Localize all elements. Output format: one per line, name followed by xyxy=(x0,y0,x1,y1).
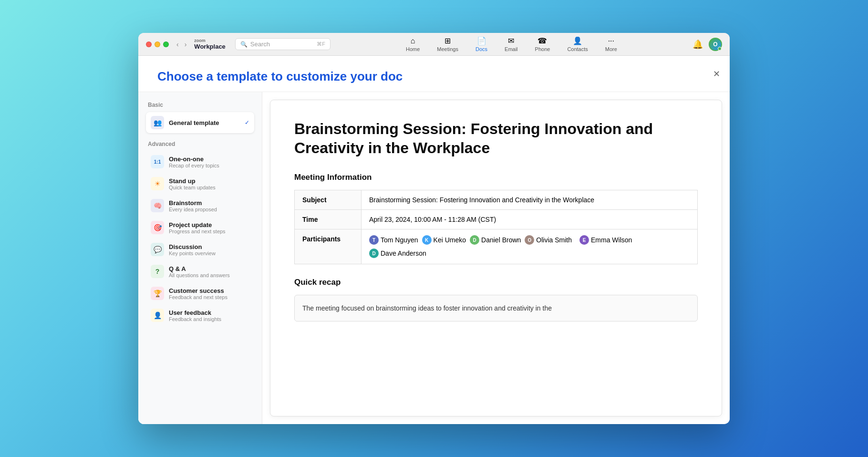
one-on-one-icon: 1:1 xyxy=(151,155,164,168)
qa-desc: All questions and answers xyxy=(169,272,249,278)
table-row-participants: Participants T Tom Nguyen K Kei Umeko xyxy=(295,229,698,264)
time-value: April 23, 2024, 10:00 AM - 11:28 AM (CST… xyxy=(362,210,698,229)
project-update-icon: 🎯 xyxy=(151,221,164,234)
participants-list: T Tom Nguyen K Kei Umeko D Daniel Brown xyxy=(369,235,690,258)
search-icon: 🔍 xyxy=(240,41,248,48)
close-button[interactable]: ✕ xyxy=(713,69,720,79)
standup-icon: ☀ xyxy=(151,177,164,190)
tab-contacts[interactable]: 👤 Contacts xyxy=(559,34,595,54)
tab-docs-label: Docs xyxy=(475,46,487,52)
titlebar: ‹ › zoom Workplace 🔍 Search ⌘F ⌂ Home ⊞ … xyxy=(138,33,730,56)
table-row-subject: Subject Brainstorming Session: Fostering… xyxy=(295,190,698,210)
project-update-desc: Progress and next steps xyxy=(169,228,249,234)
template-item-qa[interactable]: ? Q & A All questions and answers xyxy=(146,261,254,282)
subject-label: Subject xyxy=(295,190,362,210)
tom-avatar: T xyxy=(369,235,379,245)
zoom-text: zoom xyxy=(194,38,226,43)
tab-phone[interactable]: ☎ Phone xyxy=(527,34,558,54)
fullscreen-traffic-light[interactable] xyxy=(163,42,169,47)
project-update-info: Project update Progress and next steps xyxy=(169,221,249,234)
user-feedback-desc: Feedback and insights xyxy=(169,316,249,322)
customer-success-name: Customer success xyxy=(169,287,249,294)
template-item-discussion[interactable]: 💬 Discussion Key points overview xyxy=(146,239,254,260)
customer-success-info: Customer success Feedback and next steps xyxy=(169,287,249,300)
template-item-one-on-one[interactable]: 1:1 One-on-one Recap of every topics xyxy=(146,151,254,172)
main-area: Choose a template to customize your doc … xyxy=(138,56,730,424)
standup-name: Stand up xyxy=(169,177,249,185)
customer-success-icon: 🏆 xyxy=(151,287,164,300)
preview-area: Brainstorming Session: Fostering Innovat… xyxy=(270,100,722,416)
tab-more-label: More xyxy=(605,46,617,52)
brainstorm-icon: 🧠 xyxy=(151,199,164,212)
template-item-brainstorm[interactable]: 🧠 Brainstorm Every idea proposed xyxy=(146,195,254,216)
notification-bell-icon[interactable]: 🔔 xyxy=(692,39,703,50)
participant-kei: K Kei Umeko xyxy=(422,235,466,245)
phone-icon: ☎ xyxy=(537,36,547,45)
tab-phone-label: Phone xyxy=(535,46,550,52)
advanced-section-label: Advanced xyxy=(146,141,254,147)
basic-section-label: Basic xyxy=(146,102,254,108)
nav-back-button[interactable]: ‹ xyxy=(175,40,181,49)
home-icon: ⌂ xyxy=(411,37,415,45)
participant-tom: T Tom Nguyen xyxy=(369,235,418,245)
time-label: Time xyxy=(295,210,362,229)
quick-recap-heading: Quick recap xyxy=(294,278,698,287)
quick-recap-box: The meeting focused on brainstorming ide… xyxy=(294,295,698,322)
participant-olivia: O Olivia Smith xyxy=(525,235,572,245)
brainstorm-info: Brainstorm Every idea proposed xyxy=(169,199,249,212)
template-item-standup[interactable]: ☀ Stand up Quick team updates xyxy=(146,173,254,194)
participants-cell: T Tom Nguyen K Kei Umeko D Daniel Brown xyxy=(362,229,698,264)
minimize-traffic-light[interactable] xyxy=(155,42,160,47)
brainstorm-name: Brainstorm xyxy=(169,199,249,207)
tab-email[interactable]: ✉ Email xyxy=(497,34,526,54)
tab-meetings[interactable]: ⊞ Meetings xyxy=(429,34,466,54)
tab-home[interactable]: ⌂ Home xyxy=(398,35,427,54)
tab-home-label: Home xyxy=(406,46,420,52)
meetings-icon: ⊞ xyxy=(444,36,451,45)
discussion-icon: 💬 xyxy=(151,243,164,256)
template-item-user-feedback[interactable]: 👤 User feedback Feedback and insights xyxy=(146,305,254,326)
participant-emma: E Emma Wilson xyxy=(579,235,632,245)
project-update-name: Project update xyxy=(169,221,249,228)
tab-email-label: Email xyxy=(505,46,518,52)
standup-info: Stand up Quick team updates xyxy=(169,177,249,190)
qa-info: Q & A All questions and answers xyxy=(169,265,249,278)
general-template-check: ✓ xyxy=(245,119,249,126)
traffic-lights xyxy=(146,42,169,47)
nav-tabs: ⌂ Home ⊞ Meetings 📄 Docs ✉ Email ☎ Phone… xyxy=(331,34,692,54)
template-sidebar: Basic 👥 General template ✓ Advanced 1:1 … xyxy=(138,92,262,424)
one-on-one-name: One-on-one xyxy=(169,156,249,163)
workplace-text: Workplace xyxy=(194,43,226,50)
participant-dave: D Dave Anderson xyxy=(369,249,426,258)
content-row: Basic 👥 General template ✓ Advanced 1:1 … xyxy=(138,92,730,424)
zoom-brand: zoom Workplace xyxy=(194,38,226,50)
kei-avatar: K xyxy=(422,235,432,245)
user-avatar[interactable]: O xyxy=(709,38,722,51)
template-item-customer-success[interactable]: 🏆 Customer success Feedback and next ste… xyxy=(146,283,254,304)
user-feedback-name: User feedback xyxy=(169,309,249,316)
close-traffic-light[interactable] xyxy=(146,42,152,47)
nav-forward-button[interactable]: › xyxy=(183,40,189,49)
customer-success-desc: Feedback and next steps xyxy=(169,294,249,300)
tab-contacts-label: Contacts xyxy=(567,46,588,52)
template-item-project-update[interactable]: 🎯 Project update Progress and next steps xyxy=(146,217,254,238)
discussion-desc: Key points overview xyxy=(169,250,249,256)
brainstorm-desc: Every idea proposed xyxy=(169,207,249,212)
template-item-general[interactable]: 👥 General template ✓ xyxy=(146,112,254,133)
tab-meetings-label: Meetings xyxy=(437,46,458,52)
qa-name: Q & A xyxy=(169,265,249,272)
quick-recap-text: The meeting focused on brainstorming ide… xyxy=(302,304,552,312)
discussion-name: Discussion xyxy=(169,243,249,250)
olivia-avatar: O xyxy=(525,235,534,245)
emma-avatar: E xyxy=(579,235,589,245)
tab-docs[interactable]: 📄 Docs xyxy=(468,34,495,54)
participants-label: Participants xyxy=(295,229,362,264)
search-shortcut: ⌘F xyxy=(317,41,325,47)
dave-avatar: D xyxy=(369,249,379,258)
search-bar[interactable]: 🔍 Search ⌘F xyxy=(235,38,331,50)
user-feedback-icon: 👤 xyxy=(151,309,164,322)
subject-value: Brainstorming Session: Fostering Innovat… xyxy=(362,190,698,210)
email-icon: ✉ xyxy=(508,36,514,45)
tab-more[interactable]: ··· More xyxy=(598,35,625,54)
preview-doc-title: Brainstorming Session: Fostering Innovat… xyxy=(294,119,698,157)
